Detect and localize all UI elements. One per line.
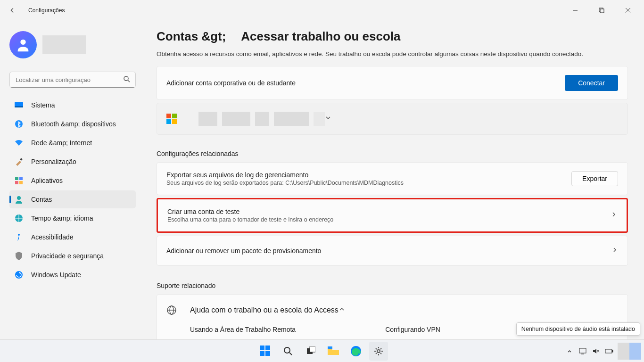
sidebar-item-sistema[interactable]: Sistema bbox=[9, 96, 136, 114]
support-help-row[interactable]: Ajuda com o trabalho ou a escola do Acce… bbox=[157, 295, 627, 326]
accessibility-icon bbox=[14, 232, 24, 242]
sidebar-item-tempo[interactable]: Tempo &amp; idioma bbox=[9, 209, 136, 227]
settings-taskbar-icon[interactable] bbox=[369, 342, 388, 361]
account-info-redacted bbox=[198, 112, 217, 126]
sidebar-item-contas[interactable]: Contas bbox=[9, 190, 136, 208]
task-view-icon[interactable] bbox=[301, 342, 320, 361]
page-title: Acessar trabalho ou escola bbox=[241, 29, 400, 44]
svg-line-7 bbox=[128, 80, 130, 82]
svg-rect-25 bbox=[260, 351, 264, 356]
web-help-icon bbox=[166, 305, 177, 315]
account-info-redacted bbox=[314, 112, 325, 126]
tray-audio-muted-icon[interactable] bbox=[591, 346, 601, 356]
svg-rect-11 bbox=[20, 158, 23, 161]
maximize-icon[interactable] bbox=[593, 4, 610, 17]
profile-block[interactable] bbox=[9, 31, 142, 58]
account-info-redacted bbox=[255, 112, 269, 126]
svg-point-18 bbox=[18, 234, 20, 236]
window-title: Configurações bbox=[28, 7, 65, 14]
create-test-account-card[interactable]: Criar uma conta de teste Escolha uma con… bbox=[157, 198, 628, 233]
minimize-icon[interactable] bbox=[567, 4, 584, 17]
sidebar-item-bluetooth[interactable]: Bluetooth &amp; dispositivos bbox=[9, 115, 136, 133]
svg-point-33 bbox=[377, 350, 380, 353]
support-help-label: Ajuda com o trabalho ou a escola do Acce… bbox=[190, 306, 339, 314]
sidebar-item-privacidade[interactable]: Privacidade e segurança bbox=[9, 247, 136, 265]
connect-button[interactable]: Conectar bbox=[565, 75, 618, 91]
bluetooth-icon bbox=[14, 119, 24, 129]
back-icon[interactable] bbox=[8, 6, 17, 15]
globe-icon bbox=[14, 214, 24, 223]
svg-rect-13 bbox=[19, 177, 23, 180]
content-area: Contas &gt; Acessar trabalho ou escola O… bbox=[146, 21, 644, 339]
breadcrumb-parent[interactable]: Contas &gt; bbox=[157, 29, 226, 44]
brush-icon bbox=[14, 157, 24, 166]
search-field[interactable] bbox=[9, 72, 136, 88]
svg-point-5 bbox=[20, 40, 25, 45]
start-icon[interactable] bbox=[256, 342, 275, 361]
add-account-card: Adicionar conta corporativa ou de estuda… bbox=[157, 66, 628, 100]
avatar bbox=[9, 31, 37, 58]
support-heading: Suporte relacionado bbox=[157, 282, 628, 289]
close-icon[interactable] bbox=[619, 4, 636, 17]
provisioning-card[interactable]: Adicionar ou remover um pacote de provis… bbox=[157, 236, 628, 266]
sidebar-item-rede[interactable]: Rede &amp; Internet bbox=[9, 134, 136, 152]
taskbar bbox=[0, 339, 644, 362]
account-info-redacted bbox=[274, 112, 309, 126]
monitor-icon bbox=[14, 100, 24, 110]
chevron-right-icon bbox=[611, 211, 617, 220]
taskbar-search-icon[interactable] bbox=[279, 342, 297, 361]
add-account-label: Adicionar conta corporativa ou de estuda… bbox=[166, 79, 565, 87]
search-icon bbox=[123, 75, 131, 83]
microsoft-logo-icon bbox=[166, 114, 177, 124]
search-input[interactable] bbox=[9, 72, 136, 88]
chevron-up-icon bbox=[339, 306, 345, 314]
svg-rect-26 bbox=[265, 351, 270, 356]
nav-list: Sistema Bluetooth &amp; dispositivos Red… bbox=[9, 96, 136, 284]
export-subtitle: Seus arquivos de log serão exportados pa… bbox=[166, 180, 571, 186]
svg-rect-31 bbox=[328, 346, 332, 349]
file-explorer-icon[interactable] bbox=[324, 342, 343, 361]
audio-tooltip: Nenhum dispositivo de áudio está instala… bbox=[516, 322, 640, 336]
svg-rect-15 bbox=[19, 181, 23, 184]
export-logs-card: Exportar seus arquivos de log de gerenci… bbox=[157, 162, 628, 195]
sidebar-item-acessibilidade[interactable]: Acessibilidade bbox=[9, 228, 136, 246]
titlebar: Configurações bbox=[0, 0, 644, 21]
svg-rect-14 bbox=[15, 181, 18, 184]
svg-rect-23 bbox=[260, 346, 264, 350]
export-button[interactable]: Exportar bbox=[571, 171, 618, 186]
breadcrumb: Contas &gt; Acessar trabalho ou escola bbox=[157, 29, 628, 44]
svg-line-28 bbox=[289, 353, 292, 355]
chevron-right-icon bbox=[611, 247, 618, 255]
update-icon bbox=[14, 270, 24, 280]
related-heading: Configurações relacionadas bbox=[157, 150, 628, 157]
svg-rect-9 bbox=[15, 106, 23, 107]
taskbar-clock-redacted[interactable] bbox=[618, 343, 641, 360]
connected-account-row[interactable] bbox=[157, 103, 628, 135]
test-account-title: Criar uma conta de teste bbox=[167, 208, 611, 215]
test-account-subtitle: Escolha uma conta para o tomador de test… bbox=[167, 216, 611, 223]
svg-point-6 bbox=[124, 76, 128, 81]
tray-desktop-icon[interactable] bbox=[578, 346, 587, 356]
sidebar-item-aplicativos[interactable]: Aplicativos bbox=[9, 172, 136, 189]
person-icon bbox=[14, 195, 24, 204]
sidebar-item-windows-update[interactable]: Windows Update bbox=[9, 266, 136, 284]
chevron-down-icon bbox=[325, 115, 331, 123]
svg-point-16 bbox=[17, 196, 21, 200]
sidebar: Sistema Bluetooth &amp; dispositivos Red… bbox=[0, 21, 146, 339]
edge-icon[interactable] bbox=[347, 342, 365, 361]
shield-icon bbox=[14, 251, 24, 261]
svg-rect-2 bbox=[600, 9, 604, 13]
support-link-vpn[interactable]: Configurando VPN bbox=[385, 326, 440, 333]
account-info-redacted bbox=[222, 112, 250, 126]
sidebar-item-personalizacao[interactable]: Personalização bbox=[9, 153, 136, 171]
svg-rect-30 bbox=[310, 346, 315, 352]
svg-point-27 bbox=[284, 347, 290, 353]
support-link-rdp[interactable]: Usando a Área de Trabalho Remota bbox=[190, 326, 296, 333]
svg-rect-24 bbox=[265, 346, 270, 350]
provisioning-title: Adicionar ou remover um pacote de provis… bbox=[166, 247, 611, 255]
profile-name-redacted bbox=[42, 35, 86, 54]
export-title: Exportar seus arquivos de log de gerenci… bbox=[166, 171, 571, 179]
tray-battery-icon[interactable] bbox=[604, 346, 614, 356]
tray-chevron-icon[interactable] bbox=[565, 346, 574, 356]
svg-rect-38 bbox=[605, 349, 612, 353]
